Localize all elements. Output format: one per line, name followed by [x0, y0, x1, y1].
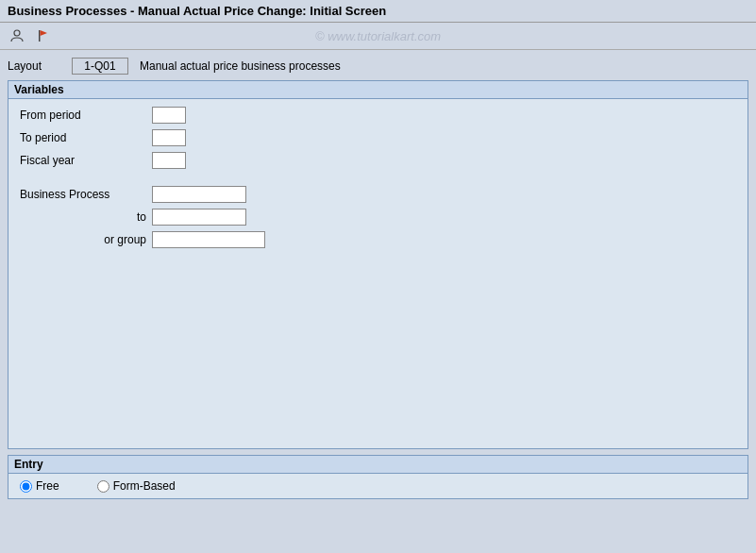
title-bar: Business Processes - Manual Actual Price…	[0, 0, 756, 23]
fiscal-year-row: Fiscal year	[20, 152, 736, 169]
free-label[interactable]: Free	[36, 479, 59, 493]
layout-value: 1-Q01	[72, 58, 128, 75]
watermark: © www.tutorialkart.com	[315, 29, 441, 43]
business-process-label: Business Process	[20, 188, 152, 201]
to-period-row: To period	[20, 129, 736, 146]
business-process-group-row: or group	[20, 231, 736, 248]
variables-body: From period To period Fiscal year Busine…	[8, 99, 748, 448]
page-title: Business Processes - Manual Actual Price…	[8, 4, 386, 18]
flag-icon[interactable]	[34, 26, 53, 45]
to-period-label: To period	[20, 131, 152, 144]
free-radio[interactable]	[20, 480, 32, 493]
business-process-to-input[interactable]	[152, 209, 246, 226]
business-process-to-label: to	[20, 210, 152, 224]
variables-section: Variables From period To period Fiscal y…	[8, 80, 748, 449]
form-based-radio[interactable]	[97, 480, 109, 493]
business-process-group-input[interactable]	[152, 231, 265, 248]
fiscal-year-label: Fiscal year	[20, 154, 152, 167]
business-process-input[interactable]	[152, 186, 246, 203]
form-based-label[interactable]: Form-Based	[113, 479, 176, 493]
to-period-input[interactable]	[152, 129, 186, 146]
layout-description: Manual actual price business processes	[140, 59, 341, 73]
from-period-input[interactable]	[152, 107, 186, 124]
entry-header: Entry	[8, 456, 748, 474]
toolbar: © www.tutorialkart.com	[0, 23, 756, 50]
free-radio-group: Free	[20, 479, 59, 493]
from-period-row: From period	[20, 107, 736, 124]
business-process-to-row: to	[20, 209, 736, 226]
person-icon[interactable]	[8, 26, 26, 45]
layout-row: Layout 1-Q01 Manual actual price busines…	[8, 58, 748, 75]
svg-point-0	[14, 30, 20, 36]
form-based-radio-group: Form-Based	[97, 479, 176, 493]
from-period-label: From period	[20, 109, 152, 122]
variables-header: Variables	[8, 81, 748, 99]
business-process-row: Business Process	[20, 186, 736, 203]
entry-section: Entry Free Form-Based	[8, 455, 748, 499]
fiscal-year-input[interactable]	[152, 152, 186, 169]
entry-body: Free Form-Based	[8, 474, 748, 498]
layout-label: Layout	[8, 59, 64, 73]
svg-rect-1	[39, 30, 41, 42]
business-process-group-label: or group	[20, 233, 152, 246]
svg-marker-2	[41, 30, 48, 36]
main-content: Layout 1-Q01 Manual actual price busines…	[0, 50, 756, 512]
